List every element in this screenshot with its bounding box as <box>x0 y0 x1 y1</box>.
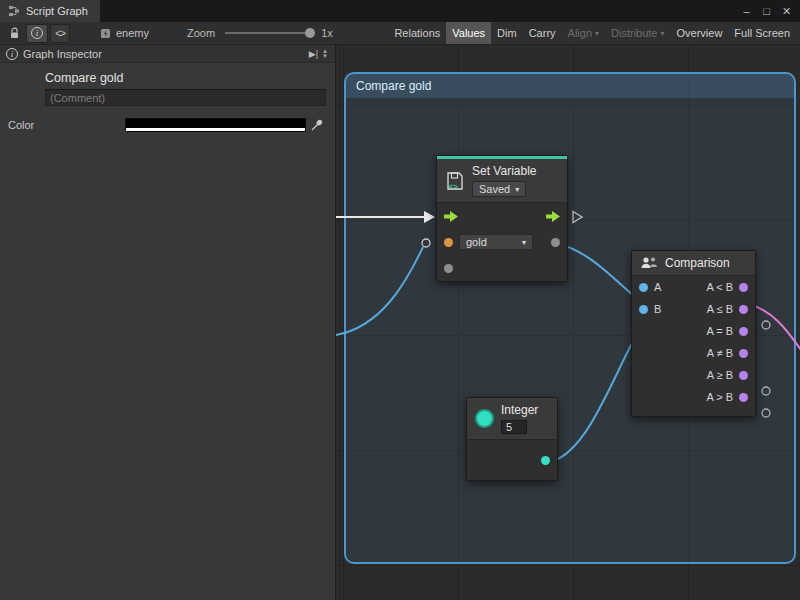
input-port-a[interactable] <box>639 283 648 292</box>
set-variable-header[interactable]: <> Set Variable Saved ▾ <box>437 159 567 203</box>
toolbar-button-group: Relations Values Dim Carry Align ▾ Distr… <box>388 22 796 44</box>
window-controls: – □ ✕ <box>738 0 800 22</box>
code-view-button[interactable]: <> <box>50 24 70 43</box>
zoom-value: 1x <box>321 27 333 39</box>
comparison-row: A ≥ B <box>632 364 755 386</box>
comparison-row: A A < B <box>632 276 755 298</box>
free-output-port-icon[interactable] <box>762 321 770 329</box>
graph-inspector-panel: i Graph Inspector ▶| ▲ ▼ Compare gold Co… <box>0 45 335 600</box>
zoom-slider-handle[interactable] <box>305 28 315 38</box>
eyedropper-button[interactable] <box>308 117 325 133</box>
zoom-label: Zoom <box>187 27 215 39</box>
code-icon: <> <box>55 28 65 39</box>
inspector-actions: ▶| ▲ ▼ <box>309 49 329 59</box>
scope-value: Saved <box>479 183 510 195</box>
minimize-button[interactable]: – <box>738 3 755 20</box>
carry-button[interactable]: Carry <box>523 22 562 44</box>
lock-button[interactable] <box>4 24 24 43</box>
graph-toolbar: i <> enemy Zoom 1x Relations Values Dim … <box>0 22 800 45</box>
values-button[interactable]: Values <box>446 22 491 44</box>
free-input-port-icon[interactable] <box>422 239 430 247</box>
integer-value-field[interactable]: 5 <box>501 420 527 434</box>
output-label: A < B <box>706 281 733 293</box>
output-port-a-gt-b[interactable] <box>739 393 748 402</box>
script-graph-tab-icon <box>8 5 20 17</box>
integer-output-port[interactable] <box>541 456 550 465</box>
input-port-b[interactable] <box>639 305 648 314</box>
variable-name-row: gold ▾ <box>437 229 567 255</box>
full-screen-button[interactable]: Full Screen <box>728 22 796 44</box>
output-port-a-neq-b[interactable] <box>739 349 748 358</box>
node-title: Comparison <box>665 256 730 270</box>
graph-canvas[interactable]: Compare gold <> Set Varia <box>335 45 800 600</box>
variable-name-dropdown[interactable]: gold ▾ <box>459 234 533 250</box>
comparison-header[interactable]: Comparison <box>632 251 755 276</box>
input-label-b: B <box>654 303 661 315</box>
flow-wire-arrowhead-icon <box>424 211 435 223</box>
panel-scrubber[interactable]: ▲ ▼ <box>322 49 329 59</box>
maximize-button[interactable]: □ <box>758 3 775 20</box>
free-output-port-icon[interactable] <box>762 387 770 395</box>
output-port-a-eq-b[interactable] <box>739 327 748 336</box>
value-wire-left-to-setvariable[interactable] <box>336 247 423 335</box>
info-icon: i <box>31 27 43 39</box>
info-icon: i <box>6 48 18 60</box>
comparison-row: A = B <box>632 320 755 342</box>
set-variable-node[interactable]: <> Set Variable Saved ▾ gold ▾ <box>436 155 568 282</box>
align-button[interactable]: Align ▾ <box>562 22 605 44</box>
graph-inspector-header: i Graph Inspector ▶| ▲ ▼ <box>0 45 335 63</box>
graph-inspector-title: Graph Inspector <box>23 48 102 60</box>
graph-target-field[interactable]: enemy <box>100 27 149 39</box>
free-output-port-icon[interactable] <box>762 409 770 417</box>
comparison-node[interactable]: Comparison A A < B B A ≤ B <box>631 250 756 417</box>
overview-button[interactable]: Overview <box>671 22 729 44</box>
output-label: A ≥ B <box>707 369 733 381</box>
inspector-toggle-button[interactable]: i <box>26 24 48 43</box>
inspected-graph-title: Compare gold <box>45 71 124 85</box>
integer-output-row <box>467 440 557 480</box>
pin-panel-icon[interactable]: ▶| <box>309 49 318 59</box>
output-label: A = B <box>706 325 733 337</box>
relations-button[interactable]: Relations <box>388 22 446 44</box>
input-label-a: A <box>654 281 661 293</box>
node-title: Set Variable <box>472 164 536 178</box>
value-input-row <box>437 255 567 281</box>
flow-output-triangle-icon[interactable] <box>573 212 582 223</box>
flow-output-port[interactable] <box>546 211 560 222</box>
value-wire-setvariable-to-comparison-a[interactable] <box>556 243 642 303</box>
output-port-a-gte-b[interactable] <box>739 371 748 380</box>
output-label: A ≤ B <box>707 303 733 315</box>
comparison-row: A ≠ B <box>632 342 755 364</box>
chevron-down-icon: ▾ <box>595 29 599 38</box>
variable-name-port[interactable] <box>444 238 453 247</box>
output-port-a-lte-b[interactable] <box>739 305 748 314</box>
variable-value-output-port[interactable] <box>551 238 560 247</box>
color-swatch[interactable] <box>125 118 306 132</box>
zoom-slider[interactable] <box>225 32 311 34</box>
dim-button[interactable]: Dim <box>491 22 523 44</box>
comparison-row: A > B <box>632 386 755 408</box>
set-variable-icon: <> <box>445 171 465 191</box>
comment-input[interactable] <box>45 89 326 106</box>
value-wire-integer-to-comparison-b[interactable] <box>546 325 642 463</box>
integer-literal-icon <box>475 409 494 428</box>
tab-title: Script Graph <box>26 5 88 17</box>
color-field-label: Color <box>8 119 34 131</box>
align-label: Align <box>568 27 592 39</box>
script-asset-icon <box>100 28 111 39</box>
output-label: A > B <box>706 391 733 403</box>
lock-icon <box>9 27 20 39</box>
scrub-down-icon[interactable]: ▼ <box>322 54 328 59</box>
output-port-a-lt-b[interactable] <box>739 283 748 292</box>
integer-header[interactable]: Integer 5 <box>467 398 557 440</box>
variable-name-value: gold <box>466 236 487 248</box>
close-button[interactable]: ✕ <box>778 3 795 20</box>
integer-node[interactable]: Integer 5 <box>466 397 558 481</box>
flow-port-row <box>437 203 567 229</box>
comparison-icon <box>640 256 658 270</box>
flow-input-port[interactable] <box>444 211 458 222</box>
tab-script-graph[interactable]: Script Graph <box>0 0 100 22</box>
value-input-port[interactable] <box>444 264 453 273</box>
variable-scope-dropdown[interactable]: Saved ▾ <box>472 181 526 197</box>
distribute-button[interactable]: Distribute ▾ <box>605 22 670 44</box>
